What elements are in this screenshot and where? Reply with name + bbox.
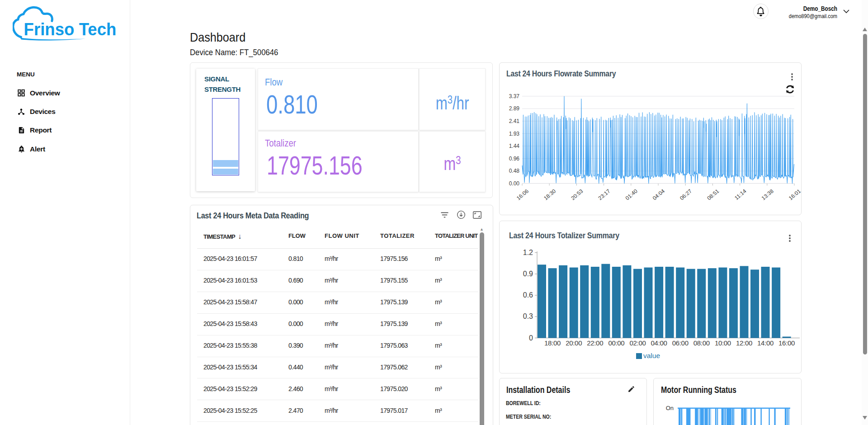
svg-text:0.9: 0.9 — [523, 270, 533, 278]
svg-text:22:00: 22:00 — [587, 339, 603, 347]
svg-text:0: 0 — [529, 334, 533, 342]
svg-text:20:00: 20:00 — [566, 339, 582, 347]
svg-text:01:40: 01:40 — [624, 188, 639, 201]
svg-text:0.3: 0.3 — [523, 312, 533, 320]
svg-text:00:00: 00:00 — [608, 339, 624, 347]
svg-text:value: value — [643, 352, 660, 359]
svg-text:0.48: 0.48 — [509, 168, 520, 174]
svg-text:1.44: 1.44 — [509, 143, 520, 149]
svg-text:16:00: 16:00 — [778, 339, 795, 347]
svg-text:06:00: 06:00 — [672, 339, 689, 347]
svg-text:1.93: 1.93 — [509, 131, 520, 137]
svg-text:18:30: 18:30 — [542, 188, 557, 201]
svg-text:04:04: 04:04 — [651, 188, 666, 201]
svg-text:06:27: 06:27 — [679, 188, 693, 201]
svg-text:10:00: 10:00 — [715, 339, 731, 347]
svg-text:2.89: 2.89 — [509, 105, 520, 112]
svg-text:04:00: 04:00 — [651, 339, 667, 347]
svg-text:18:00: 18:00 — [544, 339, 561, 347]
svg-text:3.37: 3.37 — [509, 93, 520, 99]
svg-text:02:00: 02:00 — [629, 339, 646, 347]
svg-text:1.2: 1.2 — [523, 249, 533, 256]
svg-text:Frinso Tech: Frinso Tech — [24, 19, 117, 39]
svg-text:0.96: 0.96 — [509, 156, 520, 162]
svg-text:08:00: 08:00 — [693, 339, 710, 347]
svg-text:0.00: 0.00 — [509, 180, 520, 187]
svg-text:23:17: 23:17 — [597, 188, 612, 201]
svg-text:14:00: 14:00 — [757, 339, 774, 347]
svg-text:On: On — [666, 405, 674, 411]
svg-text:16:01: 16:01 — [788, 188, 802, 201]
svg-text:13:38: 13:38 — [760, 188, 775, 201]
svg-text:11:14: 11:14 — [733, 188, 748, 201]
svg-text:08:51: 08:51 — [706, 188, 720, 201]
svg-text:0.6: 0.6 — [523, 291, 533, 299]
svg-text:2.41: 2.41 — [509, 118, 520, 124]
svg-text:20:53: 20:53 — [570, 188, 584, 201]
svg-text:16:06: 16:06 — [515, 188, 530, 201]
svg-text:12:00: 12:00 — [736, 339, 752, 347]
